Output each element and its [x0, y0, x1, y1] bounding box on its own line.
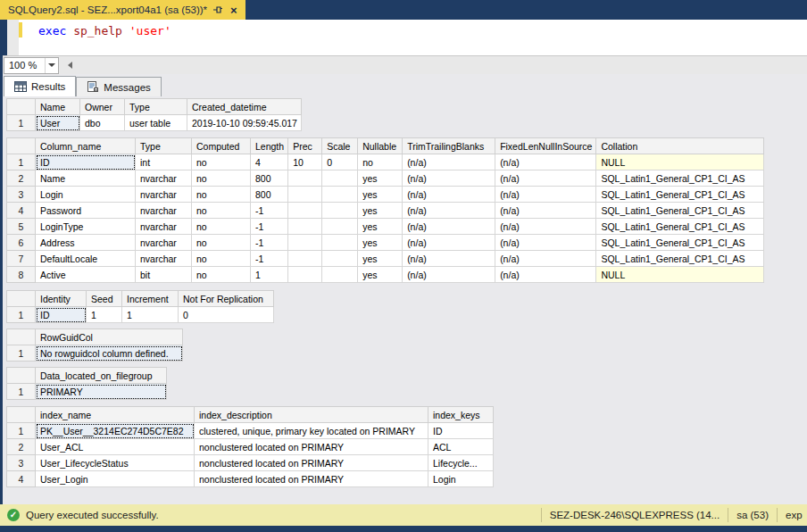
column-header[interactable]: Data_located_on_filegroup	[36, 368, 167, 384]
grid-cell[interactable]: yes	[358, 219, 403, 235]
column-header[interactable]: index_description	[195, 407, 428, 423]
tab-results[interactable]: Results	[4, 76, 76, 96]
row-number[interactable]: 5	[7, 219, 36, 235]
grid-cell[interactable]: User	[36, 115, 80, 131]
grid-cell[interactable]: yes	[358, 251, 403, 267]
grid-cell[interactable]: No rowguidcol column defined.	[36, 345, 183, 362]
zoom-dropdown[interactable]: 100 %	[4, 57, 59, 74]
grid-cell[interactable]: (n/a)	[403, 219, 495, 235]
grid-cell[interactable]: SQL_Latin1_General_CP1_CI_AS	[596, 235, 764, 251]
editor-text-area[interactable]: exec sp_help 'user'	[22, 20, 807, 55]
grid-cell[interactable]: -1	[251, 235, 288, 251]
document-tab[interactable]: SQLQuery2.sql - SEZ...xport04a1 (sa (53)…	[0, 0, 245, 20]
grid-cell[interactable]: SQL_Latin1_General_CP1_CI_AS	[596, 203, 764, 219]
grid-cell[interactable]: DefaultLocale	[36, 251, 136, 267]
grid-cell[interactable]: no	[192, 219, 251, 235]
grid-cell[interactable]: user table	[125, 115, 187, 131]
zoom-dropdown-button[interactable]	[45, 58, 58, 73]
grid-cell[interactable]: no	[192, 267, 251, 283]
grid-cell[interactable]: User_Login	[36, 471, 195, 487]
grid-cell[interactable]	[288, 187, 322, 203]
grid-cell[interactable]	[288, 170, 322, 187]
grid-cell[interactable]: PK__User__3214EC274D5C7E82	[36, 423, 195, 439]
grid-cell[interactable]: 1	[87, 307, 122, 323]
column-header[interactable]: index_name	[36, 407, 195, 423]
row-number[interactable]: 1	[7, 307, 36, 323]
column-header[interactable]: FixedLenNullInSource	[495, 138, 596, 154]
row-number[interactable]: 6	[7, 235, 36, 251]
grid-cell[interactable]: NULL	[596, 267, 764, 283]
grid-cell[interactable]: ID	[36, 307, 87, 323]
column-header[interactable]: Seed	[87, 291, 122, 307]
grid-cell[interactable]	[322, 267, 358, 283]
row-number[interactable]: 2	[7, 439, 36, 455]
grid-cell[interactable]: 0	[179, 307, 274, 323]
grid-cell[interactable]: no	[192, 203, 251, 219]
grid-cell[interactable]: (n/a)	[495, 203, 596, 219]
grid-cell[interactable]: 4	[251, 154, 288, 170]
grid-cell[interactable]	[288, 219, 322, 235]
grid-cell[interactable]	[322, 203, 358, 219]
row-number[interactable]: 3	[7, 455, 36, 471]
column-header[interactable]: Not For Replication	[179, 291, 274, 307]
grid-cell[interactable]: (n/a)	[403, 154, 495, 170]
grid-cell[interactable]: int	[136, 154, 192, 170]
grid-cell[interactable]: no	[192, 187, 251, 203]
close-icon[interactable]: ×	[229, 4, 239, 16]
grid-cell[interactable]: Name	[36, 170, 136, 187]
column-header[interactable]: Increment	[122, 291, 179, 307]
column-header[interactable]: Name	[36, 99, 80, 115]
grid-cell[interactable]: (n/a)	[495, 170, 596, 187]
column-header[interactable]: Column_name	[36, 138, 136, 154]
grid-cell[interactable]: Active	[36, 267, 136, 283]
row-number[interactable]: 8	[7, 267, 36, 283]
grid-cell[interactable]: ACL	[428, 439, 494, 455]
grid-cell[interactable]: NULL	[596, 154, 764, 170]
row-number[interactable]: 4	[7, 203, 36, 219]
grid-cell[interactable]: ID	[428, 423, 494, 439]
grid-cell[interactable]: nonclustered located on PRIMARY	[195, 471, 428, 487]
grid-cell[interactable]: nvarchar	[136, 251, 192, 267]
tab-messages[interactable]: Messages	[76, 77, 161, 96]
column-header[interactable]: Length	[251, 138, 288, 154]
pin-icon[interactable]	[212, 4, 223, 15]
grid-cell[interactable]: no	[192, 154, 251, 170]
grid-cell[interactable]: nvarchar	[136, 187, 192, 203]
row-number[interactable]: 1	[7, 154, 36, 170]
grid-cell[interactable]: yes	[358, 267, 403, 283]
grid-cell[interactable]: bit	[136, 267, 192, 283]
grid-cell[interactable]: (n/a)	[495, 187, 596, 203]
grid-cell[interactable]: -1	[251, 251, 288, 267]
row-number[interactable]: 7	[7, 251, 36, 267]
grid-cell[interactable]: nonclustered located on PRIMARY	[195, 439, 428, 455]
row-number[interactable]: 3	[7, 187, 36, 203]
grid-cell[interactable]: nvarchar	[136, 170, 192, 187]
grid-cell[interactable]	[322, 187, 358, 203]
column-header[interactable]: index_keys	[428, 407, 494, 423]
grid-cell[interactable]: LoginType	[36, 219, 136, 235]
grid-cell[interactable]: Login	[428, 471, 494, 487]
grid-cell[interactable]: nvarchar	[136, 219, 192, 235]
grid-cell[interactable]	[288, 203, 322, 219]
grid-cell[interactable]: (n/a)	[403, 203, 495, 219]
grid-cell[interactable]: Lifecycle...	[428, 455, 494, 471]
grid-cell[interactable]	[322, 235, 358, 251]
grid-cell[interactable]: 0	[322, 154, 358, 170]
grid-cell[interactable]: yes	[358, 235, 403, 251]
row-number[interactable]: 1	[7, 345, 36, 362]
row-number[interactable]: 2	[7, 170, 36, 187]
grid-cell[interactable]: nonclustered located on PRIMARY	[195, 455, 428, 471]
grid-cell[interactable]: (n/a)	[403, 235, 495, 251]
grid-cell[interactable]: clustered, unique, primary key located o…	[195, 423, 428, 439]
grid-cell[interactable]: 1	[122, 307, 179, 323]
grid-cell[interactable]: yes	[358, 170, 403, 187]
grid-cell[interactable]: SQL_Latin1_General_CP1_CI_AS	[596, 187, 764, 203]
row-number[interactable]: 1	[7, 384, 36, 400]
grid-cell[interactable]: (n/a)	[403, 267, 495, 283]
grid-cell[interactable]: PRIMARY	[36, 384, 167, 400]
grid-cell[interactable]: (n/a)	[403, 187, 495, 203]
column-header[interactable]: Type	[136, 138, 192, 154]
grid-cell[interactable]: no	[192, 235, 251, 251]
grid-cell[interactable]: nvarchar	[136, 203, 192, 219]
grid-cell[interactable]: 800	[251, 187, 288, 203]
